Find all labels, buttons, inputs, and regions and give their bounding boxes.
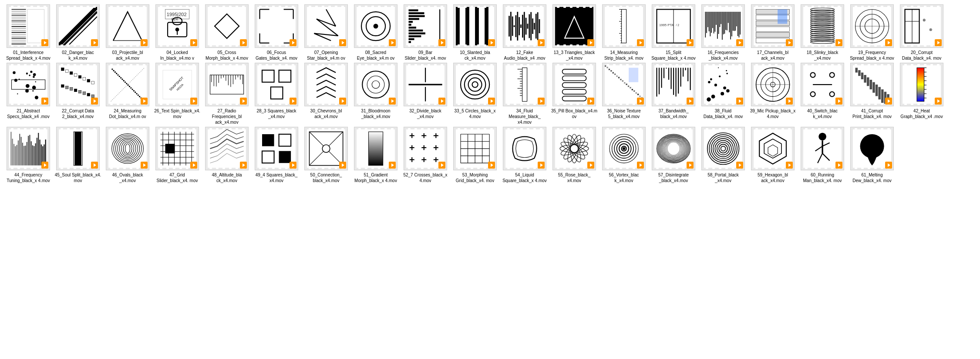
svg-point-248 [136,93,137,94]
file-item-35[interactable]: 39_Mic Pickup_black_x 4.mov [749,63,797,125]
thumbnail [56,4,100,48]
file-item-49[interactable]: 54_Liquid Square_black_x 4.mov [501,127,549,183]
file-item-44[interactable]: 49_4 Squares_black_ x4.mov [253,127,300,183]
file-item-29[interactable]: 33_5 Circles_black_x 4.mov [451,63,499,125]
thumbnail [850,63,894,106]
svg-rect-225 [74,89,77,92]
svg-point-200 [25,89,29,92]
file-item-38[interactable]: 42_Heat Graph_black_x4 .mov [898,63,946,125]
svg-rect-222 [61,85,64,88]
file-item-21[interactable]: 22_Corrupt Data 2_black_x4.mov [54,63,102,125]
svg-text:/ 2: / 2 [676,24,680,27]
file-item-10[interactable]: 10_Slanted_bla ck_x4.mov [451,4,499,61]
file-item-2[interactable]: 02_Danger_blac k_x4.mov [54,4,102,61]
file-item-30[interactable]: 34_Fluid Measure_black_ x4.mov [501,63,549,125]
play-badge [91,39,98,46]
thumbnail [205,4,249,48]
thumbnail [404,4,447,48]
svg-rect-328 [628,85,629,87]
file-item-39[interactable]: 44_Frequency Tuning_black_x 4.mov [4,127,52,183]
svg-rect-386 [872,82,875,92]
svg-rect-68 [408,35,421,37]
file-item-7[interactable]: 07_Opening Star_black_x4.m ov [302,4,350,61]
play-badge [141,39,148,46]
svg-rect-77 [475,7,479,45]
file-item-36[interactable]: 40_Switch_blac k_x4.mov [798,63,846,125]
file-item-4[interactable]: 1995|202 82K 04_Locked In_black_x4.mo v [153,4,201,61]
svg-point-359 [708,81,711,84]
file-item-17[interactable]: 18_Slinky_black _x4.mov [798,4,846,61]
file-item-50[interactable]: 55_Rose_black_ x4.mov [550,127,598,183]
file-label: 46_Ovals_black _x4.mov [104,172,151,183]
play-badge [438,98,445,105]
file-item-26[interactable]: 30_Chevrons_bl ack_x4.mov [302,63,350,125]
file-item-16[interactable]: 17_Channels_bl ack_x4.mov [749,4,797,61]
file-item-48[interactable]: 53_Morphing Grid_black_x4. mov [451,127,499,183]
file-item-54[interactable]: 59_Hexagon_bl ack_x4.mov [749,127,797,183]
file-label: 31_Bloodmoon _black_x4.mov [352,108,399,119]
file-label: 33_5 Circles_black_x 4.mov [451,108,498,119]
file-item-13[interactable]: 14_Measuring Strip_black_x4. mov [600,4,648,61]
svg-rect-404 [10,132,11,165]
thumbnail [205,127,249,170]
file-item-27[interactable]: 31_Bloodmoon _black_x4.mov [352,63,400,125]
file-item-9[interactable]: 09_Bar Slider_black_x4. mov [401,4,449,61]
play-badge [835,39,842,46]
file-item-45[interactable]: 50_Connection_ black_x4.mov [302,127,350,183]
file-label: 20_Corrupt Data_black_x4. mov [898,50,945,61]
file-item-28[interactable]: 32_Divide_black _x4.mov [401,63,449,125]
file-item-37[interactable]: 41_Corrupt Print_black_x4. mov [848,63,896,125]
play-badge [488,39,495,46]
file-item-19[interactable]: ⊗ ⊗ 20_Corrupt Data_black_x4. mov [898,4,946,61]
file-label: 61_Melting Dew_black_x4. mov [849,172,896,183]
file-item-12[interactable]: 13_3 Triangles_black _x4.mov [550,4,598,61]
svg-rect-323 [618,77,620,78]
file-item-14[interactable]: 1995 PTA / 2 15_Split Square_black_x 4.m… [650,4,697,61]
svg-point-249 [138,95,139,96]
play-badge [637,98,644,105]
file-item-32[interactable]: 36_Noise Texture 5_black_x4.mov [600,63,648,125]
file-item-24[interactable]: 27_Radio Frequencies_bl ack_x4.mov [203,63,251,125]
file-item-22[interactable]: 24_Measuring Dot_black_x4.m ov [104,63,152,125]
file-item-52[interactable]: 57_Disintegrate _black_x4.mov [650,127,697,183]
file-item-40[interactable]: 45_Soul Split_black_x4. mov [54,127,102,183]
file-item-3[interactable]: 03_Projectile_bl ack_x4.mov [104,4,152,61]
file-item-18[interactable]: 19_Frequency Spread_black_x 4.mov [848,4,896,61]
file-item-46[interactable]: 51_Gradient Morph_black_x 4.mov [352,127,400,183]
svg-point-239 [123,80,125,81]
file-label: 54_Liquid Square_black_x 4.mov [501,172,548,183]
svg-point-201 [32,90,34,91]
file-item-8[interactable]: 08_Sacred Eye_black_x4.m ov [352,4,400,61]
svg-rect-97 [532,18,533,34]
svg-point-241 [126,83,127,84]
play-badge [786,162,793,169]
file-item-47[interactable]: 52_7 Crosses_black_x 4.mov [401,127,449,183]
file-item-33[interactable]: 37_Bandwidth_ black_x4.mov [650,63,697,125]
svg-point-247 [135,91,136,93]
file-item-53[interactable]: 58_Portal_black _x4.mov [699,127,747,183]
file-item-42[interactable]: 47_Grid Slider_black_x4. mov [153,127,201,183]
file-item-51[interactable]: 56_Vortex_blac k_x4.mov [600,127,648,183]
svg-point-235 [117,74,118,75]
file-item-5[interactable]: 05_Cross Morph_black_x 4.mov [203,4,251,61]
file-item-1[interactable]: 01_Interference Spread_black_x 4.mov [4,4,52,61]
file-label: 07_Opening Star_black_x4.m ov [303,50,350,61]
file-item-55[interactable]: 60_Running Man_black_x4. mov [798,127,846,183]
file-item-56[interactable]: 61_Melting Dew_black_x4. mov [848,127,896,183]
file-item-43[interactable]: 48_Altitude_bla ck_x4.mov [203,127,251,183]
file-label: 48_Altitude_bla ck_x4.mov [203,172,250,183]
file-item-20[interactable]: 21_Abstract Specs_black_x4 .mov [4,63,52,125]
file-item-34[interactable]: 38_Fluid Data_black_x4. mov [699,63,747,125]
file-item-31[interactable]: 35_Pill Box_black_x4.m ov [550,63,598,125]
file-item-23[interactable]: SNAPSHOT HOOA 26_Text Spin_black_x4. mov [153,63,201,125]
file-item-6[interactable]: 06_Focus Gates_black_x4. mov [253,4,300,61]
svg-point-205 [26,72,28,74]
svg-rect-383 [864,75,866,83]
thumbnail [155,127,199,170]
svg-point-355 [726,70,727,71]
file-item-25[interactable]: 28_3 Squares_black _x4.mov [253,63,300,125]
file-item-11[interactable]: 12_Fake Audio_black_x4 .mov [501,4,549,61]
file-item-15[interactable]: 16_Frequencies _black_x4.mov [699,4,747,61]
svg-rect-67 [408,32,425,34]
file-item-41[interactable]: 46_Ovals_black _x4.mov [104,127,152,183]
